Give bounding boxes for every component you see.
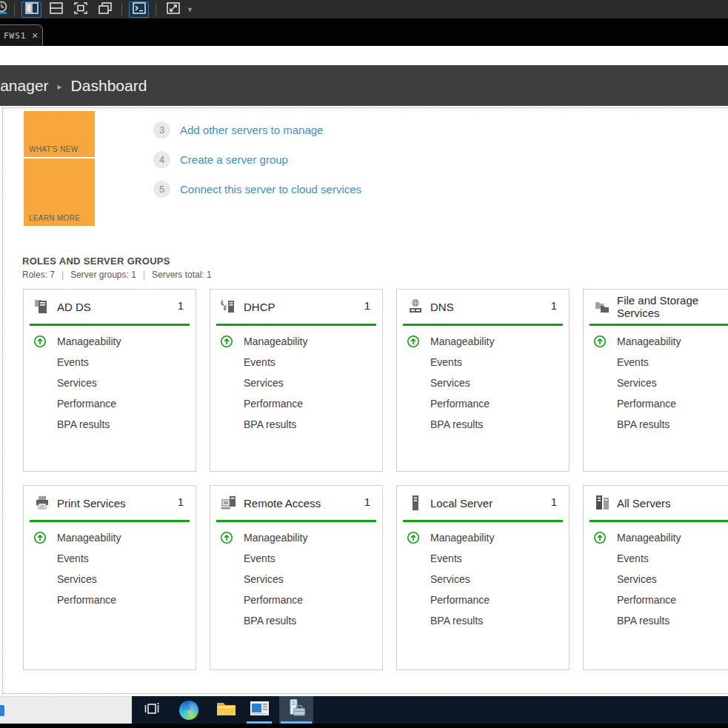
tile-row-services: Services [584, 373, 728, 394]
tile-row-link[interactable]: Manageability [430, 532, 494, 544]
tile-row-performance: Performance [397, 394, 569, 415]
tile-row-link[interactable]: Performance [244, 594, 303, 606]
tile-row-link[interactable]: BPA results [430, 418, 483, 430]
tile-row-link[interactable]: Manageability [617, 335, 681, 347]
dashboard-content: WHAT'S NEW LEARN MORE 3Add other servers… [0, 106, 728, 696]
session-tab[interactable]: FWS1 ✕ [0, 24, 43, 47]
app-window-taskbar-button[interactable] [245, 696, 273, 724]
tile-row-link[interactable]: Services [430, 573, 470, 585]
tile-row-link[interactable]: Manageability [244, 532, 307, 544]
tile-server-count: 1 [551, 495, 557, 508]
step-link[interactable]: Add other servers to manage [180, 124, 323, 136]
tile-row-link[interactable]: Events [244, 552, 275, 564]
tile-row-link[interactable]: BPA results [57, 418, 110, 430]
tile-title-link[interactable]: AD DS [57, 301, 91, 313]
tile-title-link[interactable]: All Servers [617, 497, 671, 510]
tile-row-link[interactable]: Events [617, 552, 649, 564]
servers-total-count: Servers total: 1 [152, 270, 212, 280]
tile-row-services: Services [24, 373, 196, 394]
search-box-glyph [0, 705, 4, 716]
remote-window-strip [0, 46, 728, 65]
learn-more-tile[interactable]: LEARN MORE [24, 158, 95, 226]
tile-title-link[interactable]: Remote Access [244, 497, 321, 510]
tile-row-bpa-results: BPA results [584, 415, 728, 435]
terminal-button[interactable] [129, 1, 149, 18]
manageability-status-up-icon [220, 335, 233, 348]
tile-row-link[interactable]: Manageability [244, 335, 307, 347]
scale-display-button[interactable] [163, 1, 183, 18]
step-link[interactable]: Connect this server to cloud services [180, 183, 361, 196]
tile-row-link[interactable]: Manageability [617, 532, 681, 544]
role-tile-remote-access: Remote Access 1 ManageabilityEventsServi… [210, 485, 383, 670]
cascade-windows-icon [98, 1, 113, 18]
tile-row-link[interactable]: Manageability [57, 532, 121, 544]
tile-server-count: 1 [178, 495, 184, 508]
tile-row-link[interactable]: Manageability [430, 335, 494, 347]
tile-title-link[interactable]: File and Storage Services [617, 294, 728, 319]
tile-header: All Servers [584, 486, 728, 520]
welcome-tile-sidebar: WHAT'S NEW LEARN MORE [24, 111, 95, 226]
ad-ds-icon [33, 298, 51, 315]
tile-row-link[interactable]: Performance [430, 594, 490, 606]
fit-window-button[interactable] [70, 1, 90, 18]
tile-row-link[interactable]: Events [244, 356, 275, 368]
step-number-badge: 3 [153, 121, 170, 138]
edge-taskbar-button[interactable] [176, 696, 201, 724]
tile-row-link[interactable]: Services [244, 573, 284, 585]
welcome-step-3: 3Add other servers to manage [153, 121, 323, 138]
tile-title-link[interactable]: Print Services [57, 497, 126, 510]
tile-title-link[interactable]: Local Server [430, 497, 492, 510]
tile-title-link[interactable]: DNS [430, 301, 454, 313]
step-link[interactable]: Create a server group [180, 153, 288, 166]
tile-row-link[interactable]: Events [57, 356, 89, 368]
scale-dropdown-caret-icon[interactable]: ▼ [187, 6, 193, 13]
manageability-status-up-icon [33, 531, 47, 544]
taskbar-search-box[interactable] [0, 696, 132, 724]
tab-close-icon[interactable]: ✕ [32, 31, 39, 41]
whats-new-tile[interactable]: WHAT'S NEW [24, 111, 95, 157]
server-manager-taskbar-button[interactable] [279, 696, 313, 724]
breadcrumb-arrow-icon: ▸ [58, 81, 62, 92]
tile-row-link[interactable]: Services [430, 377, 470, 389]
toolbar-separator [156, 4, 156, 16]
tile-row-manageability: Manageability [397, 528, 569, 549]
tile-row-manageability: Manageability [24, 332, 196, 353]
tile-row-services: Services [210, 373, 382, 394]
roles-section-title: ROLES AND SERVER GROUPS [22, 256, 170, 267]
tile-row-performance: Performance [210, 394, 382, 415]
tile-row-link[interactable]: Events [430, 356, 462, 368]
tile-title-link[interactable]: DHCP [244, 301, 275, 313]
tile-row-link[interactable]: Events [617, 356, 649, 368]
session-clock-icon[interactable] [0, 0, 10, 19]
tile-row-link[interactable]: Events [430, 552, 462, 564]
tile-row-link[interactable]: Performance [430, 398, 490, 410]
tile-row-link[interactable]: Performance [617, 398, 676, 410]
tile-row-link[interactable]: Performance [57, 398, 116, 410]
tile-row-link[interactable]: BPA results [617, 418, 669, 430]
tile-row-link[interactable]: Performance [617, 594, 676, 606]
tile-row-link[interactable]: Services [617, 377, 657, 389]
tile-row-link[interactable]: Performance [244, 398, 303, 410]
tile-row-link[interactable]: Performance [57, 594, 116, 606]
tile-row-link[interactable]: Events [57, 552, 89, 564]
tile-row-link[interactable]: Services [617, 573, 657, 585]
tile-row-manageability: Manageability [584, 528, 728, 549]
split-horizontal-button[interactable] [46, 1, 66, 18]
breadcrumb-page[interactable]: Dashboard [71, 77, 147, 95]
tile-row-link[interactable]: BPA results [617, 615, 669, 627]
tile-row-link[interactable]: Services [57, 377, 97, 389]
tile-row-link[interactable]: Services [244, 377, 284, 389]
tile-row-performance: Performance [584, 590, 728, 611]
tile-row-link[interactable]: BPA results [244, 615, 296, 627]
task-view-taskbar-button[interactable] [139, 696, 164, 724]
file-explorer-taskbar-button[interactable] [213, 696, 238, 724]
tile-row-link[interactable]: Services [57, 573, 97, 585]
split-vertical-button[interactable] [21, 1, 41, 18]
cascade-windows-button[interactable] [95, 1, 115, 18]
role-tile-local-server: Local Server 1 ManageabilityEventsServic… [396, 485, 570, 670]
manageability-status-up-icon [593, 531, 607, 544]
tile-row-link[interactable]: Manageability [57, 335, 121, 347]
tile-row-link[interactable]: BPA results [244, 418, 296, 430]
role-tile-ad-ds: AD DS 1 ManageabilityEventsServicesPerfo… [23, 289, 196, 472]
tile-row-link[interactable]: BPA results [430, 615, 483, 627]
